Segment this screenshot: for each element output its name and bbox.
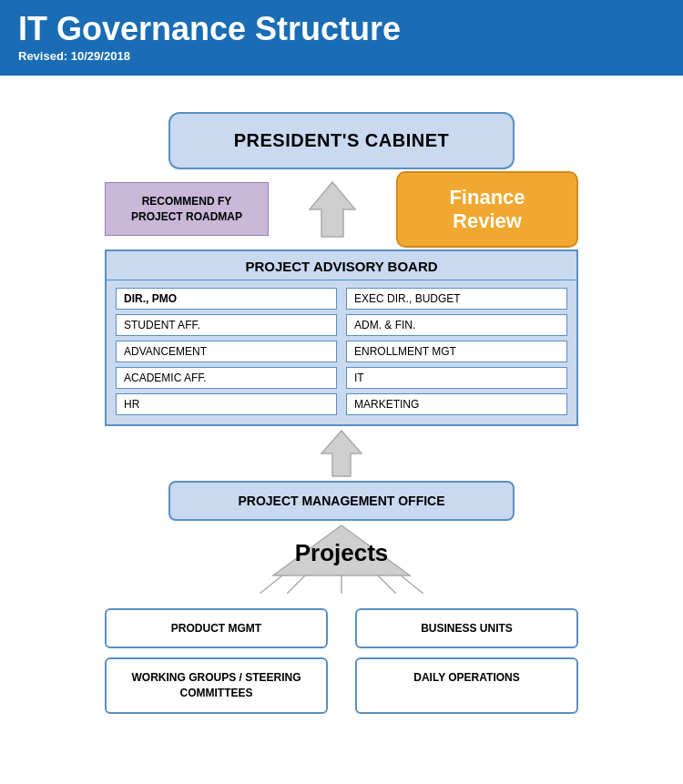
page-subtitle: Revised: 10/29/2018 (18, 49, 665, 63)
pab-cell-right-1: ADM. & FIN. (346, 314, 567, 336)
pab-grid: DIR., PMOEXEC DIR., BUDGETSTUDENT AFF.AD… (107, 280, 576, 424)
up-arrow-cabinet (305, 178, 360, 241)
pab-cell-left-1: STUDENT AFF. (116, 314, 337, 336)
projects-label: Projects (295, 539, 389, 567)
finance-review-label: Finance Review (449, 186, 525, 232)
main-content: PRESIDENT'S CABINET RECOMMEND FY PROJECT… (0, 76, 683, 741)
pab-cell-right-0: EXEC DIR., BUDGET (346, 288, 567, 310)
recommend-label: RECOMMEND FY PROJECT ROADMAP (131, 195, 242, 223)
bottom-box-0: PRODUCT MGMT (105, 608, 328, 649)
svg-line-6 (378, 575, 396, 594)
svg-line-4 (287, 575, 305, 594)
svg-marker-0 (310, 182, 355, 237)
pab-box: PROJECT ADVISORY BOARD DIR., PMOEXEC DIR… (105, 249, 578, 426)
presidents-cabinet-box: PRESIDENT'S CABINET (168, 112, 515, 169)
bottom-boxes: PRODUCT MGMTBUSINESS UNITSWORKING GROUPS… (105, 608, 578, 714)
up-arrow-pab-svg (314, 426, 369, 481)
pab-cell-right-4: MARKETING (346, 393, 567, 415)
recommend-box: RECOMMEND FY PROJECT ROADMAP (105, 182, 269, 237)
pmo-label: PROJECT MANAGEMENT OFFICE (238, 494, 444, 508)
projects-area: Projects (232, 521, 451, 617)
finance-review-box: Finance Review (396, 171, 578, 248)
page-title: IT Governance Structure (18, 11, 665, 47)
pab-cell-left-3: ACADEMIC AFF. (116, 367, 337, 389)
pab-cell-left-2: ADVANCEMENT (116, 341, 337, 362)
bottom-box-3: DAILY OPERATIONS (355, 657, 578, 714)
pab-cell-left-4: HR (116, 393, 337, 415)
pmo-box: PROJECT MANAGEMENT OFFICE (168, 481, 515, 521)
bottom-box-1: BUSINESS UNITS (355, 608, 578, 649)
pab-title: PROJECT ADVISORY BOARD (107, 251, 576, 280)
svg-marker-1 (321, 431, 362, 476)
pab-cell-right-3: IT (346, 367, 567, 389)
bottom-box-2: WORKING GROUPS / STEERING COMMITTEES (105, 657, 328, 714)
pab-cell-left-0: DIR., PMO (116, 288, 337, 310)
presidents-cabinet-label: PRESIDENT'S CABINET (234, 130, 450, 150)
page-header: IT Governance Structure Revised: 10/29/2… (0, 0, 683, 76)
up-arrow-svg (305, 178, 360, 241)
svg-line-7 (401, 575, 423, 594)
up-arrow-pab-section (314, 426, 369, 481)
pab-cell-right-2: ENROLLMENT MGT (346, 341, 567, 362)
middle-row: RECOMMEND FY PROJECT ROADMAP Finance Rev… (27, 171, 656, 248)
svg-line-5 (260, 575, 282, 594)
